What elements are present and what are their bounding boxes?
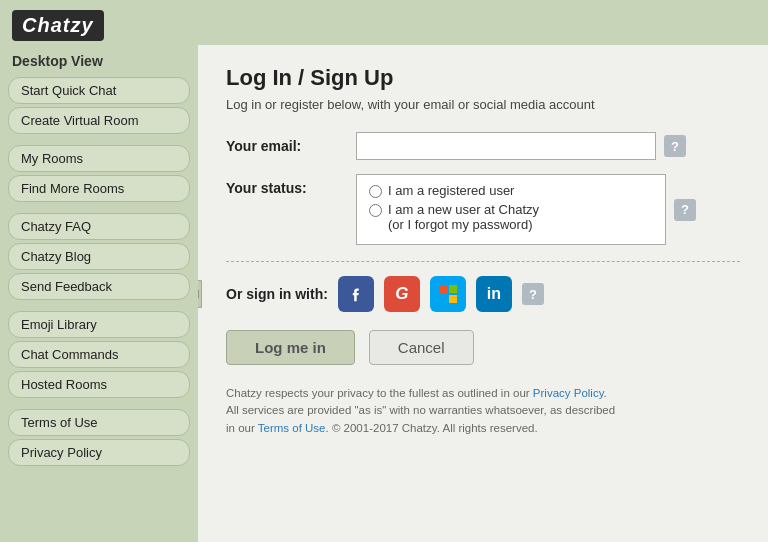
- sidebar-item-hosted-rooms[interactable]: Hosted Rooms: [8, 371, 190, 398]
- status-option-registered: I am a registered user: [369, 183, 653, 198]
- sidebar-gap-1: [8, 137, 190, 143]
- microsoft-icon: [439, 285, 457, 303]
- status-option-new-user: I am a new user at Chatzy(or I forgot my…: [369, 202, 653, 232]
- status-box: I am a registered user I am a new user a…: [356, 174, 666, 245]
- main-layout: Desktop View Start Quick Chat Create Vir…: [0, 45, 768, 542]
- action-buttons-row: Log me in Cancel: [226, 330, 740, 365]
- linkedin-icon: in: [487, 285, 501, 303]
- sidebar-gap-3: [8, 303, 190, 309]
- email-input[interactable]: [356, 132, 656, 160]
- sidebar-item-terms-of-use[interactable]: Terms of Use: [8, 409, 190, 436]
- status-row: Your status: I am a registered user I am…: [226, 174, 740, 245]
- sidebar-item-my-rooms[interactable]: My Rooms: [8, 145, 190, 172]
- sidebar-item-emoji-library[interactable]: Emoji Library: [8, 311, 190, 338]
- app-header: Chatzy: [0, 0, 768, 45]
- content-area: ◀ Log In / Sign Up Log in or register be…: [198, 45, 768, 542]
- signin-row: Or sign in with: G in: [226, 276, 740, 312]
- email-row: Your email: ?: [226, 132, 740, 160]
- radio-new-user[interactable]: [369, 204, 382, 217]
- signin-label: Or sign in with:: [226, 286, 328, 302]
- registered-user-label[interactable]: I am a registered user: [388, 183, 514, 198]
- sidebar-item-chatzy-blog[interactable]: Chatzy Blog: [8, 243, 190, 270]
- sidebar-item-start-quick-chat[interactable]: Start Quick Chat: [8, 77, 190, 104]
- section-divider: [226, 261, 740, 262]
- status-label: Your status:: [226, 174, 356, 196]
- facebook-icon: [347, 284, 365, 304]
- sidebar: Desktop View Start Quick Chat Create Vir…: [0, 45, 198, 542]
- terms-of-use-link[interactable]: Terms of Use: [258, 422, 326, 434]
- footer-text-part1: Chatzy respects your privacy to the full…: [226, 387, 533, 399]
- footer-text: Chatzy respects your privacy to the full…: [226, 385, 740, 437]
- email-help-icon[interactable]: ?: [664, 135, 686, 157]
- sidebar-gap-2: [8, 205, 190, 211]
- sidebar-item-chat-commands[interactable]: Chat Commands: [8, 341, 190, 368]
- radio-registered-user[interactable]: [369, 185, 382, 198]
- page-title: Log In / Sign Up: [226, 65, 740, 91]
- microsoft-signin-button[interactable]: [430, 276, 466, 312]
- sidebar-section-label: Desktop View: [8, 49, 190, 75]
- login-button[interactable]: Log me in: [226, 330, 355, 365]
- footer-text-part3: . © 2001-2017 Chatzy. All rights reserve…: [326, 422, 538, 434]
- sidebar-item-send-feedback[interactable]: Send Feedback: [8, 273, 190, 300]
- sidebar-item-chatzy-faq[interactable]: Chatzy FAQ: [8, 213, 190, 240]
- sidebar-gap-4: [8, 401, 190, 407]
- cancel-button[interactable]: Cancel: [369, 330, 474, 365]
- status-control-area: I am a registered user I am a new user a…: [356, 174, 740, 245]
- collapse-sidebar-button[interactable]: ◀: [198, 280, 202, 308]
- signin-help-icon[interactable]: ?: [522, 283, 544, 305]
- email-label: Your email:: [226, 132, 356, 154]
- page-subtitle: Log in or register below, with your emai…: [226, 97, 740, 112]
- sidebar-item-find-more-rooms[interactable]: Find More Rooms: [8, 175, 190, 202]
- new-user-label[interactable]: I am a new user at Chatzy(or I forgot my…: [388, 202, 539, 232]
- status-help-icon[interactable]: ?: [674, 199, 696, 221]
- privacy-policy-link[interactable]: Privacy Policy: [533, 387, 604, 399]
- app-logo: Chatzy: [12, 10, 104, 41]
- sidebar-item-create-virtual-room[interactable]: Create Virtual Room: [8, 107, 190, 134]
- google-signin-button[interactable]: G: [384, 276, 420, 312]
- sidebar-item-privacy-policy[interactable]: Privacy Policy: [8, 439, 190, 466]
- linkedin-signin-button[interactable]: in: [476, 276, 512, 312]
- facebook-signin-button[interactable]: [338, 276, 374, 312]
- email-control-area: ?: [356, 132, 740, 160]
